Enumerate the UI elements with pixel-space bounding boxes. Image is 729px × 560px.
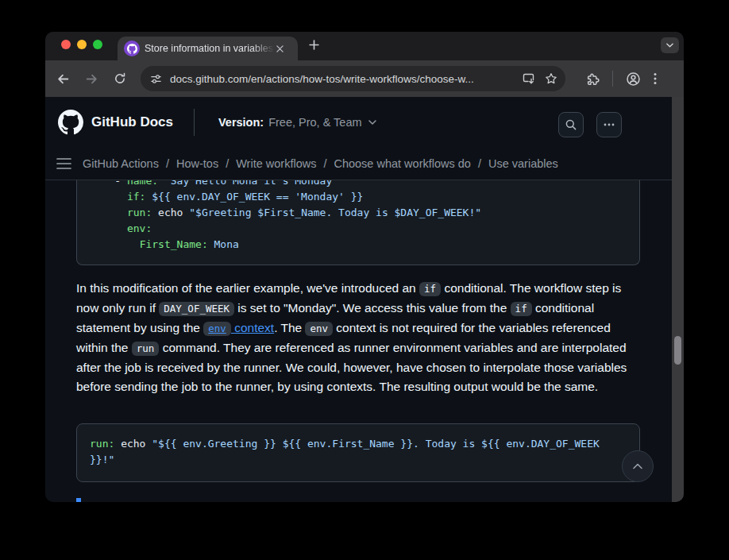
window-close-button[interactable] (61, 40, 71, 49)
tab-close-icon[interactable] (276, 45, 284, 52)
site-settings-icon[interactable] (150, 73, 162, 85)
run-echo-code-content: run: echo "${{ env.Greeting }} ${{ env.F… (77, 424, 639, 480)
paragraph-text: . The (274, 321, 305, 334)
breadcrumb-item[interactable]: Use variables (488, 157, 558, 170)
version-chevron-down-icon[interactable] (368, 120, 376, 125)
code-line: run: echo "${{ env.Greeting }} ${{ env.F… (90, 436, 627, 468)
header-divider (194, 109, 195, 136)
paragraph-text: is set to "Monday". We access this value… (234, 301, 511, 315)
tab-search-chevron-icon[interactable] (661, 37, 679, 53)
version-label: Version: (218, 116, 264, 129)
extensions-puzzle-icon[interactable] (586, 72, 600, 86)
env-context-link[interactable]: context (231, 321, 274, 334)
page-scrollbar-track[interactable] (672, 97, 684, 502)
inline-code: if (511, 302, 532, 316)
browser-menu-kebab-icon[interactable] (654, 72, 657, 85)
toolbar-right-cluster (578, 71, 657, 87)
tab-strip: Store information in variables (45, 32, 684, 60)
forward-icon[interactable] (80, 68, 102, 90)
more-options-button[interactable] (596, 112, 622, 137)
code-line: env: (90, 221, 627, 237)
browser-window: Store information in variables (45, 32, 684, 502)
profile-icon[interactable] (626, 71, 641, 87)
run-echo-code-block: run: echo "${{ env.Greeting }} ${{ env.F… (76, 423, 640, 482)
paragraph-text: command. They are referenced as runner e… (76, 341, 627, 393)
yaml-code-block: - name: "Say Hello Mona it's Monday" if:… (76, 180, 640, 265)
inline-code: if (419, 282, 441, 296)
new-tab-button[interactable] (309, 40, 319, 50)
code-line: run: echo "$Greeting $First_Name. Today … (90, 205, 627, 221)
site-header: GitHub Docs Version:Free, Pro, & Team (45, 97, 684, 147)
paragraph-text: In this modification of the earlier exam… (76, 281, 419, 295)
breadcrumb-item[interactable]: Write workflows (236, 157, 316, 170)
version-value: Free, Pro, & Team (268, 116, 361, 129)
breadcrumb-item[interactable]: GitHub Actions (83, 157, 159, 170)
breadcrumb-separator: / (226, 157, 229, 170)
desktop-background: Store information in variables (0, 0, 729, 560)
inline-code: env (305, 322, 333, 336)
clipped-content-fragment (76, 498, 81, 502)
url-text[interactable]: docs.github.com/en/actions/how-tos/write… (170, 73, 512, 85)
breadcrumb-item[interactable]: Choose what workflows do (334, 157, 470, 170)
github-logo-icon[interactable] (58, 110, 83, 135)
code-line: if: ${{ env.DAY_OF_WEEK == 'Monday' }} (90, 189, 627, 205)
breadcrumb: GitHub Actions/How-tos/Write workflows/C… (83, 157, 558, 170)
inline-code: DAY_OF_WEEK (159, 302, 234, 316)
window-minimize-button[interactable] (77, 40, 87, 49)
address-bar[interactable]: docs.github.com/en/actions/how-tos/write… (141, 66, 565, 91)
scroll-to-top-button[interactable] (622, 450, 654, 482)
header-actions (546, 112, 622, 137)
github-favicon-icon (124, 41, 140, 56)
window-zoom-button[interactable] (93, 40, 102, 49)
sidebar-menu-hamburger-icon[interactable] (56, 158, 71, 169)
inline-code: run (132, 342, 160, 356)
browser-toolbar: docs.github.com/en/actions/how-tos/write… (45, 60, 684, 97)
toolbar-divider (612, 71, 613, 87)
breadcrumb-separator: / (166, 157, 169, 170)
breadcrumb-item[interactable]: How-tos (176, 157, 218, 170)
back-icon[interactable] (52, 68, 74, 90)
code-line: - name: "Say Hello Mona it's Monday" (90, 180, 627, 189)
bookmark-star-icon[interactable] (545, 72, 557, 85)
reload-icon[interactable] (109, 68, 131, 90)
breadcrumb-separator: / (323, 157, 326, 170)
page-scrollbar-thumb[interactable] (674, 336, 681, 365)
search-button[interactable] (558, 112, 584, 137)
install-page-icon[interactable] (522, 72, 535, 85)
tab-title: Store information in variables (145, 43, 275, 54)
browser-tab[interactable]: Store information in variables (118, 37, 298, 60)
yaml-code-content: - name: "Say Hello Mona it's Monday" if:… (77, 180, 639, 265)
paragraph: In this modification of the earlier exam… (76, 279, 642, 396)
version-picker[interactable]: Version:Free, Pro, & Team (218, 116, 362, 129)
site-brand[interactable]: GitHub Docs (91, 114, 173, 130)
breadcrumb-bar: GitHub Actions/How-tos/Write workflows/C… (45, 147, 684, 180)
breadcrumb-separator: / (478, 157, 481, 170)
code-line: First_Name: Mona (90, 237, 627, 253)
env-context-link-code[interactable]: env (203, 322, 231, 336)
